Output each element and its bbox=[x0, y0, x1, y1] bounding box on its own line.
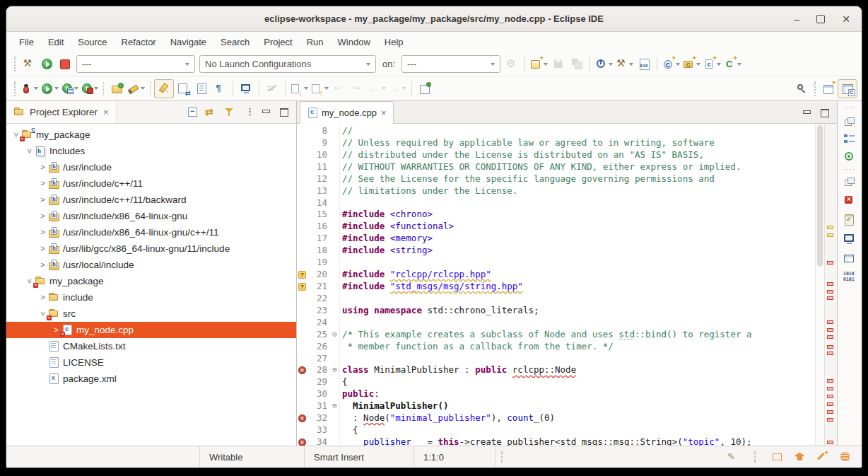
editor-scrollbar[interactable] bbox=[815, 124, 824, 446]
toggle-mark-occurrences-button[interactable] bbox=[174, 80, 192, 98]
stop-button[interactable] bbox=[56, 55, 74, 73]
search-button[interactable] bbox=[792, 80, 811, 98]
menu-file[interactable]: File bbox=[12, 32, 41, 52]
error-marker[interactable] bbox=[827, 345, 833, 349]
fold-marker-icon[interactable]: ⊖ bbox=[330, 329, 339, 341]
build-all-button[interactable] bbox=[19, 55, 37, 73]
error-marker[interactable] bbox=[827, 352, 833, 355]
tutorials-book-icon[interactable] bbox=[771, 451, 784, 463]
error-marker[interactable] bbox=[827, 387, 833, 390]
console-view-icon[interactable] bbox=[843, 233, 857, 245]
tree-item-includes[interactable]: >Includes bbox=[6, 143, 296, 159]
tab-my-node-cpp[interactable]: my_node.cpp × bbox=[300, 101, 394, 124]
expand-arrow-icon[interactable]: > bbox=[37, 212, 48, 220]
view-menu-icon[interactable] bbox=[242, 106, 254, 118]
tree-item-src[interactable]: >×src bbox=[6, 306, 296, 322]
open-console-button[interactable] bbox=[237, 80, 255, 98]
error-marker[interactable] bbox=[827, 395, 833, 398]
menu-help[interactable]: Help bbox=[377, 32, 411, 52]
title-bar[interactable]: eclipse-workspace - my_package/my_packag… bbox=[6, 6, 862, 32]
maximize-view-icon[interactable] bbox=[278, 106, 291, 118]
minimize-editor-icon[interactable] bbox=[801, 107, 813, 119]
scrollbar-thumb[interactable] bbox=[817, 125, 823, 267]
menu-navigate[interactable]: Navigate bbox=[163, 32, 213, 52]
launch-config-combo[interactable]: No Launch Configurations bbox=[199, 55, 376, 73]
run-button[interactable] bbox=[37, 55, 56, 73]
toggle-highlight-button[interactable] bbox=[154, 79, 174, 98]
build-config-combo[interactable]: --- bbox=[76, 55, 195, 73]
menu-edit[interactable]: Edit bbox=[41, 32, 71, 52]
open-perspective-button[interactable] bbox=[819, 80, 838, 98]
fold-marker-icon[interactable]: ⊖ bbox=[330, 400, 339, 412]
previous-annotation-button[interactable] bbox=[310, 80, 330, 98]
menu-source[interactable]: Source bbox=[71, 32, 114, 52]
error-marker[interactable] bbox=[827, 418, 833, 422]
expand-arrow-icon[interactable]: > bbox=[39, 308, 47, 319]
collapse-all-icon[interactable] bbox=[187, 106, 199, 118]
menu-window[interactable]: Window bbox=[331, 32, 377, 52]
project-tree[interactable]: >C×my_package>Includes>/usr/include>/usr… bbox=[6, 124, 296, 446]
expand-arrow-icon[interactable]: > bbox=[25, 146, 33, 156]
learn-cap-icon[interactable] bbox=[794, 451, 807, 463]
expand-arrow-icon[interactable]: > bbox=[37, 196, 48, 204]
tree-item-cmakelists-txt[interactable]: CMakeLists.txt bbox=[6, 338, 296, 354]
error-marker[interactable] bbox=[827, 379, 833, 383]
memory-view-icon[interactable] bbox=[843, 271, 857, 284]
launch-target-combo[interactable]: --- bbox=[401, 55, 500, 73]
expand-arrow-icon[interactable]: > bbox=[37, 245, 48, 252]
new-cpp-project-button[interactable] bbox=[681, 55, 702, 73]
breakpoints-view-icon[interactable] bbox=[843, 151, 857, 163]
properties-view-icon[interactable] bbox=[843, 252, 857, 265]
maximize-editor-icon[interactable] bbox=[819, 107, 831, 119]
new-cpp-file-button[interactable] bbox=[702, 55, 722, 73]
forward-button[interactable] bbox=[387, 80, 408, 98]
debug-button[interactable] bbox=[19, 80, 40, 98]
next-annotation-button[interactable] bbox=[289, 80, 310, 98]
minimize-view-icon[interactable] bbox=[260, 106, 272, 118]
filter-icon[interactable] bbox=[223, 106, 235, 118]
menu-project[interactable]: Project bbox=[257, 32, 299, 52]
problems-view-icon[interactable] bbox=[843, 194, 857, 207]
error-marker[interactable] bbox=[827, 296, 833, 300]
expand-arrow-icon[interactable]: > bbox=[25, 276, 33, 286]
error-marker[interactable] bbox=[827, 261, 833, 265]
close-icon[interactable]: × bbox=[381, 108, 387, 118]
tree-item-my-package[interactable]: >C×my_package bbox=[6, 127, 296, 143]
open-binary-button[interactable] bbox=[635, 55, 653, 73]
error-marker[interactable] bbox=[827, 328, 833, 332]
tree-item--usr-lib-gcc-x86-64-linux-gnu-11-include[interactable]: >/usr/lib/gcc/x86_64-linux-gnu/11/includ… bbox=[6, 240, 296, 257]
error-marker[interactable] bbox=[827, 402, 833, 406]
write-access-icon[interactable] bbox=[726, 451, 739, 463]
open-task-button[interactable] bbox=[107, 80, 126, 98]
expand-arrow-icon[interactable]: > bbox=[37, 294, 48, 301]
error-marker[interactable] bbox=[827, 320, 833, 324]
error-marker[interactable] bbox=[827, 290, 833, 294]
error-marker[interactable] bbox=[827, 282, 833, 286]
warning-marker[interactable] bbox=[827, 233, 833, 237]
target-settings-button[interactable] bbox=[503, 55, 521, 73]
tab-project-explorer[interactable]: Project Explorer × bbox=[6, 101, 117, 123]
build-button[interactable] bbox=[614, 55, 635, 73]
new-class-button[interactable] bbox=[661, 55, 681, 73]
outline-view-icon[interactable] bbox=[843, 132, 857, 145]
expand-arrow-icon[interactable]: > bbox=[37, 180, 48, 187]
tree-item--usr-include-c-11-backward[interactable]: >/usr/include/c++/11/backward bbox=[6, 192, 296, 208]
code-editor[interactable]: 8//9// Unless required by applicable law… bbox=[297, 124, 815, 446]
tasks-view-icon[interactable] bbox=[843, 214, 857, 226]
last-edit-location-button[interactable] bbox=[330, 80, 348, 98]
close-icon[interactable]: ✕ bbox=[842, 14, 850, 24]
open-element-button[interactable] bbox=[126, 80, 146, 98]
error-marker[interactable] bbox=[827, 441, 833, 444]
show-whitespace-button[interactable] bbox=[211, 80, 229, 98]
new-wizard-button[interactable] bbox=[529, 55, 549, 73]
tree-item--usr-local-include[interactable]: >/usr/local/include bbox=[6, 257, 296, 273]
cpp-perspective-button[interactable] bbox=[838, 79, 857, 98]
tree-item-license[interactable]: LICENSE bbox=[6, 354, 296, 371]
maximize-icon[interactable] bbox=[816, 15, 825, 23]
error-marker[interactable] bbox=[827, 335, 833, 339]
back-button[interactable] bbox=[367, 80, 387, 98]
link-with-editor-icon[interactable] bbox=[205, 106, 217, 118]
next-edit-location-button[interactable] bbox=[348, 80, 367, 98]
debug-attach-button[interactable] bbox=[594, 55, 614, 73]
restore-views-icon[interactable] bbox=[843, 115, 857, 128]
